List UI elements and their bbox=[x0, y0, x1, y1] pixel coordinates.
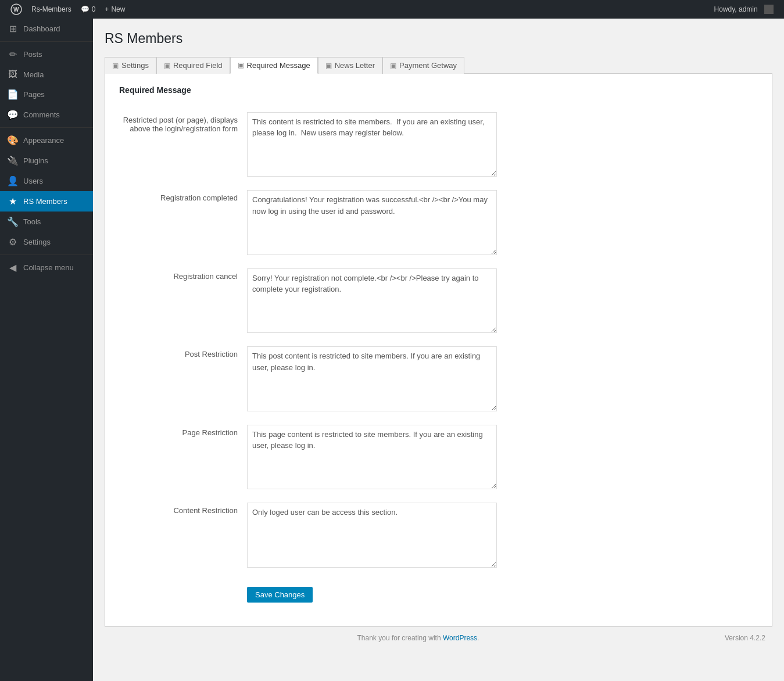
footer-wordpress-link[interactable]: WordPress bbox=[443, 634, 477, 642]
sidebar-item-plugins[interactable]: 🔌 Plugins bbox=[0, 150, 93, 171]
input-content-restriction[interactable] bbox=[247, 503, 497, 568]
sidebar-label-comments: Comments bbox=[23, 110, 60, 119]
sidebar-label-settings: Settings bbox=[23, 238, 51, 246]
sidebar: ⊞ Dashboard ✏ Posts 🖼 Media 📄 Pages 💬 Co… bbox=[0, 19, 93, 681]
settings-icon: ⚙ bbox=[7, 236, 19, 248]
form-row-registration-cancel: Registration cancel bbox=[119, 263, 758, 341]
sidebar-label-media: Media bbox=[23, 70, 44, 79]
page-title: RS Members bbox=[105, 30, 772, 48]
sidebar-item-comments[interactable]: 💬 Comments bbox=[0, 105, 93, 125]
form-row-post-restriction: Post Restriction bbox=[119, 340, 758, 419]
sidebar-item-rs-members[interactable]: ★ RS Members bbox=[0, 191, 93, 212]
plus-icon: + bbox=[105, 5, 109, 13]
tools-icon: 🔧 bbox=[7, 216, 19, 227]
footer-thank-you: Thank you for creating with bbox=[357, 634, 443, 642]
new-label: New bbox=[111, 5, 125, 13]
new-content-button[interactable]: + New bbox=[100, 5, 130, 13]
tab-settings-icon: ▣ bbox=[112, 62, 119, 70]
footer: Thank you for creating with WordPress. V… bbox=[105, 626, 772, 649]
sidebar-item-collapse[interactable]: ◀ Collapse menu bbox=[0, 257, 93, 278]
content-panel: Required Message Restricted post (or pag… bbox=[105, 74, 772, 626]
input-post-restriction[interactable] bbox=[247, 346, 497, 411]
sidebar-item-posts[interactable]: ✏ Posts bbox=[0, 44, 93, 64]
form-row-save: Save Changes bbox=[119, 575, 758, 608]
tab-news-letter-icon: ▣ bbox=[325, 62, 332, 70]
label-restricted-post: Restricted post (or page), displays abov… bbox=[123, 116, 238, 133]
section-title: Required Message bbox=[119, 85, 758, 95]
sidebar-label-appearance: Appearance bbox=[23, 136, 64, 145]
howdy-user: Howdy, admin bbox=[710, 5, 778, 14]
tab-required-message-label: Required Message bbox=[247, 61, 310, 70]
sidebar-label-posts: Posts bbox=[23, 50, 42, 59]
form-row-content-restriction: Content Restriction bbox=[119, 497, 758, 575]
footer-version: Version 4.2.2 bbox=[725, 634, 765, 642]
plugins-icon: 🔌 bbox=[7, 155, 19, 166]
tab-settings-label: Settings bbox=[121, 61, 149, 70]
posts-icon: ✏ bbox=[7, 49, 19, 60]
tab-payment-getway-label: Payment Getway bbox=[399, 61, 457, 70]
tabs-nav: ▣ Settings ▣ Required Field ▣ Required M… bbox=[105, 57, 772, 74]
form-row-registration-completed: Registration completed bbox=[119, 184, 758, 263]
sidebar-label-dashboard: Dashboard bbox=[23, 24, 60, 33]
sidebar-item-media[interactable]: 🖼 Media bbox=[0, 64, 93, 84]
comments-count: 0 bbox=[92, 5, 96, 13]
sidebar-item-pages[interactable]: 📄 Pages bbox=[0, 84, 93, 105]
tab-required-field-icon: ▣ bbox=[164, 62, 170, 70]
tab-payment-getway-icon: ▣ bbox=[390, 62, 396, 70]
appearance-icon: 🎨 bbox=[7, 135, 19, 146]
site-name-link[interactable]: Rs-Members bbox=[27, 5, 76, 13]
tab-settings[interactable]: ▣ Settings bbox=[105, 57, 156, 74]
site-name-text: Rs-Members bbox=[31, 5, 71, 13]
sidebar-item-tools[interactable]: 🔧 Tools bbox=[0, 212, 93, 232]
input-restricted-post[interactable] bbox=[247, 112, 497, 177]
collapse-icon: ◀ bbox=[7, 262, 19, 273]
svg-text:W: W bbox=[13, 6, 19, 13]
form-row-page-restriction: Page Restriction bbox=[119, 419, 758, 497]
tab-required-field-label: Required Field bbox=[173, 61, 223, 70]
media-icon: 🖼 bbox=[7, 69, 19, 80]
label-post-restriction: Post Restriction bbox=[185, 350, 238, 359]
comments-button[interactable]: 💬 0 bbox=[76, 5, 101, 13]
sidebar-item-settings[interactable]: ⚙ Settings bbox=[0, 232, 93, 252]
sidebar-item-appearance[interactable]: 🎨 Appearance bbox=[0, 130, 93, 150]
dashboard-icon: ⊞ bbox=[7, 23, 19, 34]
sidebar-label-rs-members: RS Members bbox=[23, 197, 67, 206]
comments-icon: 💬 bbox=[7, 109, 19, 120]
sidebar-label-users: Users bbox=[23, 177, 43, 185]
label-registration-cancel: Registration cancel bbox=[173, 272, 238, 281]
sidebar-label-collapse: Collapse menu bbox=[23, 263, 74, 272]
save-changes-button[interactable]: Save Changes bbox=[247, 587, 313, 603]
tab-payment-getway[interactable]: ▣ Payment Getway bbox=[382, 57, 464, 74]
pages-icon: 📄 bbox=[7, 89, 19, 100]
tab-required-message[interactable]: ▣ Required Message bbox=[230, 57, 318, 74]
sidebar-label-pages: Pages bbox=[23, 90, 45, 99]
tab-news-letter-label: News Letter bbox=[335, 61, 375, 70]
required-message-form: Restricted post (or page), displays abov… bbox=[119, 106, 758, 608]
label-page-restriction: Page Restriction bbox=[182, 428, 238, 437]
sidebar-item-dashboard[interactable]: ⊞ Dashboard bbox=[0, 19, 93, 39]
admin-bar: W Rs-Members 💬 0 + New Howdy, admin bbox=[0, 0, 784, 19]
input-page-restriction[interactable] bbox=[247, 425, 497, 490]
input-registration-completed[interactable] bbox=[247, 190, 497, 255]
tab-required-message-icon: ▣ bbox=[238, 61, 244, 69]
rs-members-icon: ★ bbox=[7, 196, 19, 207]
tab-news-letter[interactable]: ▣ News Letter bbox=[318, 57, 382, 74]
tab-required-field[interactable]: ▣ Required Field bbox=[156, 57, 230, 74]
wp-logo-button[interactable]: W bbox=[6, 3, 27, 15]
users-icon: 👤 bbox=[7, 175, 19, 187]
sidebar-item-users[interactable]: 👤 Users bbox=[0, 171, 93, 191]
label-content-restriction: Content Restriction bbox=[173, 506, 238, 515]
label-registration-completed: Registration completed bbox=[160, 193, 238, 202]
comment-icon: 💬 bbox=[81, 5, 90, 13]
sidebar-label-tools: Tools bbox=[23, 217, 41, 226]
sidebar-label-plugins: Plugins bbox=[23, 156, 48, 165]
form-row-restricted-post: Restricted post (or page), displays abov… bbox=[119, 106, 758, 185]
howdy-text: Howdy, admin bbox=[714, 5, 758, 13]
user-avatar bbox=[764, 5, 774, 14]
input-registration-cancel[interactable] bbox=[247, 268, 497, 334]
